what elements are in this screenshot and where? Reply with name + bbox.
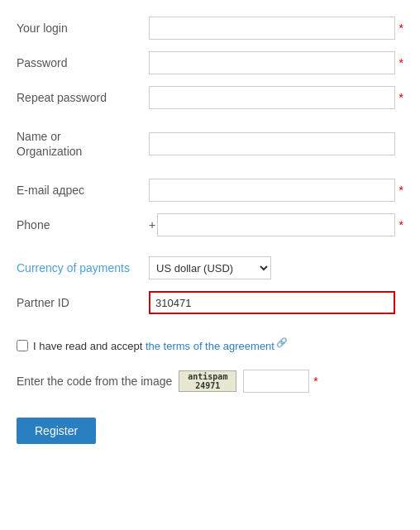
partner-id-row: Partner ID *	[17, 291, 403, 314]
agreement-link[interactable]: the terms of the agreement	[146, 341, 274, 353]
name-org-input[interactable]	[149, 132, 395, 155]
password-label: Password	[17, 55, 149, 70]
login-required: *	[399, 21, 403, 35]
currency-label: Currency of payments	[17, 260, 149, 275]
repeat-password-label: Repeat password	[17, 90, 149, 105]
phone-label: Phone	[17, 217, 149, 232]
captcha-required: *	[313, 375, 317, 388]
repeat-password-required: *	[399, 91, 403, 104]
currency-select-wrapper: US dollar (USD) Euro (EUR) British Pound…	[149, 256, 271, 279]
email-label: E-mail адрес	[17, 183, 149, 198]
phone-row: Phone + *	[17, 213, 403, 236]
email-input-wrapper	[149, 179, 395, 202]
name-org-row: Name or Organization *	[17, 129, 403, 159]
currency-select[interactable]: US dollar (USD) Euro (EUR) British Pound…	[149, 256, 271, 279]
captcha-label: Enter the code from the image	[17, 375, 172, 388]
repeat-password-input[interactable]	[149, 86, 395, 109]
partner-id-input[interactable]	[149, 291, 395, 314]
phone-input[interactable]	[157, 213, 394, 236]
repeat-password-input-wrapper	[149, 86, 395, 109]
password-input[interactable]	[149, 51, 395, 74]
login-row: Your login *	[17, 17, 403, 40]
repeat-password-row: Repeat password *	[17, 86, 403, 109]
login-input-wrapper	[149, 17, 395, 40]
email-row: E-mail адрес *	[17, 179, 403, 202]
login-label: Your login	[17, 21, 149, 36]
name-org-label: Name or Organization	[17, 129, 149, 159]
captcha-input[interactable]	[243, 370, 309, 393]
phone-input-wrapper: +	[149, 213, 395, 236]
phone-prefix: +	[149, 218, 155, 232]
partner-id-label: Partner ID	[17, 296, 149, 309]
email-input[interactable]	[149, 179, 395, 202]
captcha-image: antispam 24971	[179, 370, 236, 392]
email-required: *	[399, 184, 403, 197]
agreement-checkbox[interactable]	[17, 340, 28, 351]
password-required: *	[399, 56, 403, 69]
partner-id-input-wrapper	[149, 291, 395, 314]
agreement-row: I have read and accept the terms of the …	[17, 337, 403, 352]
register-button-wrapper: Register	[17, 418, 403, 444]
password-row: Password *	[17, 51, 403, 74]
name-org-input-wrapper	[149, 132, 395, 155]
login-input[interactable]	[149, 17, 395, 40]
external-link-icon: 🔗	[276, 337, 288, 348]
phone-required: *	[399, 218, 403, 232]
password-input-wrapper	[149, 51, 395, 74]
currency-row: Currency of payments US dollar (USD) Eur…	[17, 256, 403, 279]
captcha-text: antispam 24971	[179, 371, 236, 391]
register-button[interactable]: Register	[17, 418, 96, 444]
captcha-row: Enter the code from the image antispam 2…	[17, 370, 403, 393]
agreement-text: I have read and accept the terms of the …	[33, 337, 288, 352]
